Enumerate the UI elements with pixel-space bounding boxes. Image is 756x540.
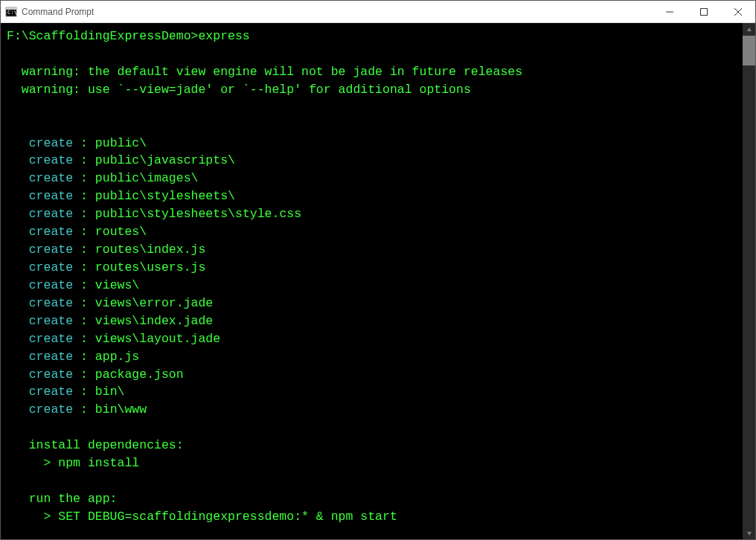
blank-line <box>7 419 737 437</box>
create-line: create : views\index.jade <box>7 312 737 330</box>
prompt: F:\ScaffoldingExpressDemo> <box>7 29 198 43</box>
create-sep: : <box>73 350 95 364</box>
create-line: create : views\ <box>7 277 737 295</box>
create-line: create : package.json <box>7 366 737 384</box>
create-sep: : <box>73 332 95 346</box>
create-path: public\javascripts\ <box>95 153 235 167</box>
minimize-button[interactable] <box>653 1 687 22</box>
create-sep: : <box>73 296 95 310</box>
run-header: run the app: <box>7 490 737 508</box>
create-label: create <box>7 153 73 167</box>
create-line: create : bin\ <box>7 383 737 401</box>
create-sep: : <box>73 171 95 185</box>
install-cmd: > npm install <box>7 454 737 472</box>
create-label: create <box>7 189 73 203</box>
blank-line <box>7 472 737 490</box>
create-path: routes\index.js <box>95 242 206 257</box>
create-sep: : <box>73 260 95 274</box>
create-sep: : <box>73 314 95 328</box>
create-line: create : routes\ <box>7 223 737 241</box>
create-line: create : routes\users.js <box>7 259 737 277</box>
maximize-button[interactable] <box>687 1 721 22</box>
scroll-down-button[interactable] <box>743 527 755 539</box>
create-path: app.js <box>95 350 139 364</box>
warning-line: warning: the default view engine will no… <box>7 63 737 81</box>
install-header: install dependencies: <box>7 437 737 454</box>
create-line: create : public\stylesheets\ <box>7 187 737 205</box>
create-line: create : routes\index.js <box>7 241 737 259</box>
scrollbar[interactable] <box>743 23 755 539</box>
titlebar: C:\ Command Prompt <box>1 1 755 23</box>
create-path: routes\ <box>95 225 147 239</box>
create-sep: : <box>73 189 95 203</box>
terminal-container: F:\ScaffoldingExpressDemo>express warnin… <box>1 23 755 539</box>
prompt-line: F:\ScaffoldingExpressDemo>express <box>7 28 737 45</box>
create-path: package.json <box>95 367 184 382</box>
create-path: bin\ <box>95 385 125 399</box>
create-line: create : views\error.jade <box>7 295 737 312</box>
run-cmd: > SET DEBUG=scaffoldingexpressdemo:* & n… <box>7 508 737 526</box>
create-label: create <box>7 171 73 185</box>
create-path: views\index.jade <box>95 314 213 328</box>
create-path: public\images\ <box>95 171 199 185</box>
create-path: routes\users.js <box>95 260 206 274</box>
create-sep: : <box>73 242 95 257</box>
window-title: Command Prompt <box>22 7 653 17</box>
cmd-icon: C:\ <box>5 6 17 18</box>
create-line: create : public\javascripts\ <box>7 152 737 170</box>
create-label: create <box>7 350 73 364</box>
create-path: views\layout.jade <box>95 332 220 346</box>
command: express <box>198 29 249 43</box>
blank-line <box>7 117 737 135</box>
create-line: create : public\ <box>7 135 737 152</box>
window-controls <box>653 1 755 22</box>
svg-rect-4 <box>701 8 708 15</box>
create-line: create : public\images\ <box>7 170 737 187</box>
create-sep: : <box>73 136 95 150</box>
scroll-thumb[interactable] <box>743 36 755 65</box>
create-label: create <box>7 136 73 150</box>
scroll-up-button[interactable] <box>743 23 755 36</box>
blank-line <box>7 45 737 63</box>
create-path: public\stylesheets\style.css <box>95 207 301 221</box>
close-button[interactable] <box>721 1 755 22</box>
create-label: create <box>7 332 73 346</box>
create-label: create <box>7 385 73 399</box>
warning-line: warning: use `--view=jade' or `--help' f… <box>7 81 737 99</box>
create-line: create : views\layout.jade <box>7 330 737 348</box>
create-label: create <box>7 367 73 382</box>
create-label: create <box>7 260 73 274</box>
create-sep: : <box>73 207 95 221</box>
create-label: create <box>7 278 73 292</box>
create-sep: : <box>73 385 95 399</box>
create-line: create : bin\www <box>7 401 737 419</box>
create-label: create <box>7 402 73 417</box>
svg-text:C:\: C:\ <box>7 10 17 16</box>
create-line: create : app.js <box>7 348 737 366</box>
create-sep: : <box>73 153 95 167</box>
svg-marker-8 <box>747 532 752 536</box>
create-label: create <box>7 296 73 310</box>
create-label: create <box>7 207 73 221</box>
create-path: public\stylesheets\ <box>95 189 235 203</box>
create-path: views\ <box>95 278 139 292</box>
create-line: create : public\stylesheets\style.css <box>7 205 737 223</box>
create-sep: : <box>73 225 95 239</box>
blank-line <box>7 99 737 117</box>
terminal-output[interactable]: F:\ScaffoldingExpressDemo>express warnin… <box>1 23 743 539</box>
create-label: create <box>7 314 73 328</box>
create-path: public\ <box>95 136 147 150</box>
create-sep: : <box>73 402 95 417</box>
svg-marker-7 <box>747 28 752 31</box>
create-sep: : <box>73 367 95 382</box>
create-label: create <box>7 225 73 239</box>
create-path: views\error.jade <box>95 296 213 310</box>
create-path: bin\www <box>95 402 147 417</box>
create-sep: : <box>73 278 95 292</box>
create-label: create <box>7 242 73 257</box>
